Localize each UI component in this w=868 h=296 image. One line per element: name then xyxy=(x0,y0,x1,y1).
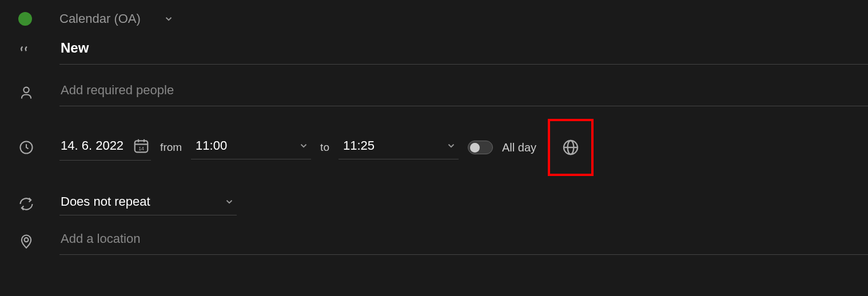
repeat-select[interactable]: Does not repeat xyxy=(59,192,237,215)
svg-text:14: 14 xyxy=(138,145,144,151)
event-title-input[interactable] xyxy=(59,35,868,65)
svg-point-10 xyxy=(25,238,29,242)
all-day-toggle[interactable] xyxy=(468,141,493,154)
chevron-down-icon xyxy=(164,14,174,24)
repeat-icon xyxy=(18,196,34,212)
location-icon xyxy=(18,233,34,249)
all-day-label: All day xyxy=(502,141,536,154)
calendar-color-dot xyxy=(18,12,32,26)
date-picker[interactable]: 14. 6. 2022 14 xyxy=(59,135,151,161)
start-time-select[interactable]: 11:00 xyxy=(191,136,311,159)
date-value: 14. 6. 2022 xyxy=(61,138,124,153)
svg-point-0 xyxy=(23,87,29,92)
to-label: to xyxy=(320,141,329,154)
calendar-selector-row: Calendar (OA) xyxy=(0,11,868,26)
calendar-icon: 14 xyxy=(133,137,150,154)
repeat-value: Does not repeat xyxy=(61,194,150,209)
start-time-value: 11:00 xyxy=(196,138,227,153)
required-people-input[interactable] xyxy=(59,78,868,106)
chevron-down-icon xyxy=(446,141,456,151)
toggle-knob xyxy=(470,143,480,153)
calendar-name: Calendar (OA) xyxy=(59,11,141,26)
repeat-row: Does not repeat xyxy=(0,192,868,215)
end-time-select[interactable]: 11:25 xyxy=(339,136,459,159)
location-input[interactable] xyxy=(59,227,868,255)
quote-icon xyxy=(18,42,35,59)
chevron-down-icon xyxy=(298,141,309,151)
location-row xyxy=(0,227,868,255)
timezone-button-highlight xyxy=(548,119,594,176)
from-label: from xyxy=(160,141,182,154)
clock-icon xyxy=(18,139,34,155)
title-row xyxy=(0,35,868,65)
chevron-down-icon xyxy=(224,197,234,207)
globe-icon[interactable] xyxy=(562,138,580,157)
datetime-row: 14. 6. 2022 14 from 11:00 to 11 xyxy=(0,119,868,176)
person-icon xyxy=(18,85,34,101)
end-time-value: 11:25 xyxy=(343,138,375,153)
calendar-selector[interactable]: Calendar (OA) xyxy=(59,11,868,26)
people-row xyxy=(0,78,868,106)
